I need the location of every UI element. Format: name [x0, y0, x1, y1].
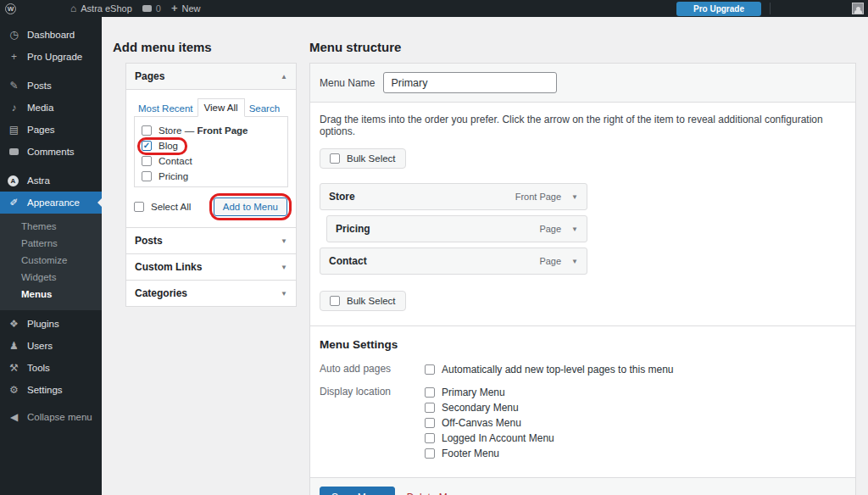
display-location-options: Primary Menu Secondary Menu Off-Canvas M…: [425, 385, 554, 461]
menu-item-type: Page: [539, 256, 561, 266]
sidebar-item-astra[interactable]: A Astra: [0, 170, 102, 192]
chevron-down-icon[interactable]: ▼: [571, 258, 578, 265]
submenu-item-widgets[interactable]: Widgets: [0, 269, 102, 286]
sidebar-item-users[interactable]: ♟ Users: [0, 335, 102, 357]
astra-icon: A: [8, 175, 20, 186]
location-option-primary: Primary Menu: [425, 385, 554, 399]
add-menu-items-column: Add menu items Pages ▲ Most Recent View …: [113, 40, 297, 307]
sidebar-label: Astra: [27, 175, 50, 186]
sidebar-item-pages[interactable]: ▤ Pages: [0, 119, 102, 141]
sidebar-label: Comments: [27, 147, 75, 157]
tab-most-recent[interactable]: Most Recent: [134, 100, 198, 117]
bulk-select-label: Bulk Select: [347, 296, 396, 306]
menu-structure-footer: Save Menu Delete Menu: [310, 477, 855, 495]
wordpress-logo-icon[interactable]: W: [5, 3, 16, 14]
chevron-down-icon[interactable]: ▼: [281, 264, 287, 271]
menu-name-input[interactable]: [383, 72, 557, 93]
checkbox-blog[interactable]: ✓: [142, 141, 152, 151]
accordion-custom-links-label: Custom Links: [135, 261, 202, 273]
sidebar-label: Tools: [27, 363, 50, 373]
admin-bar-right: Pro Upgrade: [676, 0, 868, 17]
adminbar-divider: [770, 3, 771, 14]
sidebar-item-comments[interactable]: Comments: [0, 141, 102, 163]
new-content-link[interactable]: + New: [166, 0, 206, 17]
plugins-icon: ❖: [8, 318, 20, 330]
checkbox-auto-add-pages[interactable]: [425, 364, 435, 375]
checkbox-logged-in-account-menu[interactable]: [425, 433, 435, 443]
submenu-item-customize[interactable]: Customize: [0, 252, 102, 269]
checkbox-bulk-select-top[interactable]: [330, 153, 340, 164]
checkbox-bulk-select-bottom[interactable]: [330, 296, 340, 306]
chevron-down-icon[interactable]: ▼: [571, 225, 578, 233]
submenu-item-patterns[interactable]: Patterns: [0, 235, 102, 252]
admin-sidebar: ◷ Dashboard + Pro Upgrade ✎ Posts ♪ Medi…: [0, 17, 102, 495]
sidebar-label: Settings: [27, 385, 63, 395]
dashboard-icon: ◷: [8, 29, 20, 41]
menu-item-store[interactable]: Store Front Page ▼: [320, 183, 587, 210]
submenu-item-themes[interactable]: Themes: [0, 218, 102, 235]
chevron-down-icon[interactable]: ▼: [281, 290, 287, 298]
user-avatar[interactable]: [852, 3, 864, 14]
page-label-contact: Contact: [159, 156, 192, 166]
menu-item-contact[interactable]: Contact Page ▼: [320, 248, 587, 275]
checkbox-store[interactable]: [142, 125, 152, 136]
checkbox-contact[interactable]: [142, 156, 152, 166]
accordion-pages-label: Pages: [135, 70, 164, 82]
comments-icon: [8, 146, 20, 158]
site-name-link[interactable]: ⌂ Astra eShop: [65, 0, 137, 17]
checkbox-pricing[interactable]: [142, 171, 152, 181]
accordion-posts-header[interactable]: Posts ▼: [126, 227, 296, 253]
comments-adminbar-link[interactable]: 0: [137, 0, 166, 17]
tab-search[interactable]: Search: [245, 100, 284, 117]
add-menu-items-panel: Pages ▲ Most Recent View All Search Stor…: [125, 63, 297, 307]
tab-view-all[interactable]: View All: [198, 98, 245, 117]
menu-name-label: Menu Name: [320, 77, 375, 89]
chevron-up-icon[interactable]: ▲: [281, 73, 287, 81]
add-to-menu-button[interactable]: Add to Menu: [214, 197, 287, 216]
checkbox-select-all[interactable]: [134, 202, 144, 212]
location-label: Secondary Menu: [442, 402, 519, 414]
checkbox-primary-menu[interactable]: [425, 387, 435, 398]
media-icon: ♪: [8, 102, 20, 114]
submenu-item-menus[interactable]: Menus: [0, 286, 102, 303]
collapse-menu-button[interactable]: ◀ Collapse menu: [0, 406, 102, 428]
location-option-footer: Footer Menu: [425, 446, 554, 460]
sidebar-label: Media: [27, 103, 53, 113]
admin-content: Add menu items Pages ▲ Most Recent View …: [102, 17, 868, 495]
select-all-label: Select All: [151, 202, 191, 212]
chevron-down-icon[interactable]: ▼: [281, 237, 287, 245]
sidebar-item-plugins[interactable]: ❖ Plugins: [0, 313, 102, 335]
sidebar-item-pro-upgrade[interactable]: + Pro Upgrade: [0, 46, 102, 68]
sidebar-item-tools[interactable]: ⚒ Tools: [0, 357, 102, 379]
bulk-select-bottom[interactable]: Bulk Select: [320, 291, 406, 311]
settings-icon: ⚙: [8, 384, 20, 396]
annotation-highlight-blog: ✓ Blog: [137, 137, 187, 155]
sidebar-item-media[interactable]: ♪ Media: [0, 97, 102, 119]
sidebar-item-appearance[interactable]: ✐ Appearance: [0, 192, 102, 214]
appearance-icon: ✐: [8, 197, 20, 209]
accordion-pages-header[interactable]: Pages ▲: [126, 64, 296, 90]
chevron-down-icon[interactable]: ▼: [571, 193, 578, 201]
pages-checklist: Store — Front Page ✓ Blog Contact: [134, 116, 288, 187]
checkbox-off-canvas-menu[interactable]: [425, 418, 435, 428]
location-label: Off-Canvas Menu: [442, 417, 521, 429]
accordion-categories-header[interactable]: Categories ▼: [126, 280, 296, 306]
auto-add-pages-option-label: Automatically add new top-level pages to…: [442, 364, 674, 375]
bulk-select-top[interactable]: Bulk Select: [320, 148, 406, 169]
checkbox-footer-menu[interactable]: [425, 448, 435, 459]
plus-icon: +: [8, 51, 20, 63]
delete-menu-link[interactable]: Delete Menu: [407, 492, 465, 495]
menu-item-pricing[interactable]: Pricing Page ▼: [326, 215, 587, 242]
drag-instructions: Drag the items into the order you prefer…: [320, 114, 846, 137]
appearance-submenu: Themes Patterns Customize Widgets Menus: [0, 214, 102, 310]
checkbox-secondary-menu[interactable]: [425, 403, 435, 413]
save-menu-button[interactable]: Save Menu: [320, 487, 395, 495]
sidebar-item-dashboard[interactable]: ◷ Dashboard: [0, 24, 102, 46]
auto-add-pages-option: Automatically add new top-level pages to…: [425, 362, 674, 376]
sidebar-label: Pro Upgrade: [27, 52, 82, 62]
page-row-contact: Contact: [142, 153, 281, 169]
accordion-custom-links-header[interactable]: Custom Links ▼: [126, 253, 296, 280]
pro-upgrade-button[interactable]: Pro Upgrade: [676, 2, 761, 16]
sidebar-item-settings[interactable]: ⚙ Settings: [0, 379, 102, 401]
sidebar-item-posts[interactable]: ✎ Posts: [0, 75, 102, 97]
